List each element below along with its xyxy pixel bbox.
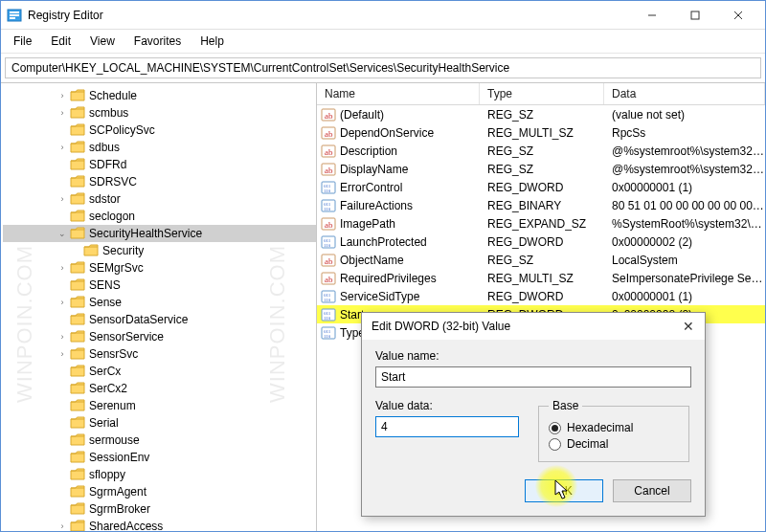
chevron-right-icon[interactable]: › [56, 521, 68, 531]
value-name: ImagePath [340, 217, 395, 231]
chevron-down-icon[interactable]: ⌄ [56, 229, 68, 238]
value-name: ServiceSidType [340, 290, 419, 303]
value-name: ObjectName [340, 254, 404, 267]
chevron-right-icon[interactable]: › [56, 143, 68, 152]
value-row[interactable]: abDescriptionREG_SZ@%systemroot%\system3… [317, 142, 765, 160]
value-name: Description [340, 144, 397, 158]
tree-item-label: SensorDataService [89, 313, 188, 326]
menu-edit[interactable]: Edit [42, 32, 79, 51]
folder-icon [70, 451, 85, 464]
value-data-input[interactable] [375, 416, 519, 437]
tree-item-sensorservice[interactable]: ›SensorService [3, 328, 316, 345]
value-row[interactable]: 011110LaunchProtectedREG_DWORD0x00000002… [317, 233, 765, 251]
tree-item-sermouse[interactable]: sermouse [3, 432, 316, 449]
tree-item-sdfrd[interactable]: SDFRd [3, 156, 316, 173]
tree-item-sensordataservice[interactable]: SensorDataService [3, 311, 316, 328]
value-row[interactable]: abObjectNameREG_SZLocalSystem [317, 251, 765, 269]
close-button[interactable] [716, 1, 759, 30]
radio-hexadecimal[interactable]: Hexadecimal [549, 421, 679, 434]
menu-file[interactable]: File [5, 32, 40, 51]
value-data: (value not set) [604, 108, 765, 122]
value-row[interactable]: abDisplayNameREG_SZ@%systemroot%\system3… [317, 160, 765, 178]
folder-icon [70, 433, 85, 447]
value-row[interactable]: abDependOnServiceREG_MULTI_SZRpcSs [317, 123, 765, 142]
tree-item-label: Serenum [89, 399, 136, 412]
column-type[interactable]: Type [480, 83, 604, 104]
tree-item-sense[interactable]: ›Sense [3, 294, 316, 311]
tree-item-sharedaccess[interactable]: ›SharedAccess [3, 518, 316, 532]
tree-item-scmbus[interactable]: ›scmbus [3, 104, 316, 122]
column-name[interactable]: Name [317, 83, 480, 104]
column-data[interactable]: Data [604, 83, 765, 104]
value-name-input[interactable] [375, 366, 691, 388]
value-row[interactable]: 011110ServiceSidTypeREG_DWORD0x00000001 … [317, 287, 765, 305]
value-row[interactable]: 011110FailureActionsREG_BINARY80 51 01 0… [317, 196, 765, 214]
value-type: REG_DWORD [480, 235, 604, 249]
chevron-right-icon[interactable]: › [56, 108, 68, 118]
chevron-right-icon[interactable]: › [56, 298, 68, 307]
value-name: ErrorControl [340, 181, 402, 194]
list-header: Name Type Data [317, 83, 765, 105]
chevron-right-icon[interactable]: › [56, 332, 68, 342]
tree-item-sessionenv[interactable]: SessionEnv [3, 449, 316, 466]
menu-favorites[interactable]: Favorites [125, 32, 190, 51]
value-data: SeImpersonatePrivilege SeBackupPrivilege [604, 272, 765, 285]
tree-item-securityhealthservice[interactable]: ⌄SecurityHealthService [3, 225, 316, 242]
tree-item-serial[interactable]: Serial [3, 414, 316, 432]
tree-item-semgrsvc[interactable]: ›SEMgrSvc [3, 259, 316, 277]
maximize-button[interactable] [673, 1, 716, 30]
edit-dword-dialog: Edit DWORD (32-bit) Value ✕ Value name: … [361, 312, 706, 517]
regedit-icon [7, 8, 22, 23]
menu-view[interactable]: View [81, 32, 124, 51]
tree-item-sdstor[interactable]: ›sdstor [3, 190, 316, 208]
tree-item-security[interactable]: Security [3, 242, 316, 259]
tree-item-schedule[interactable]: ›Schedule [3, 87, 316, 104]
tree-item-sercx2[interactable]: SerCx2 [3, 380, 316, 397]
ok-button[interactable]: OK [525, 479, 603, 502]
dialog-close-icon[interactable]: ✕ [680, 319, 697, 334]
folder-icon [70, 296, 85, 309]
tree-item-label: sdbus [89, 141, 120, 154]
chevron-right-icon[interactable]: › [56, 349, 68, 359]
tree-item-label: SensrSvc [89, 347, 138, 361]
tree-item-sfloppy[interactable]: sfloppy [3, 466, 316, 483]
tree-item-scpolicysvc[interactable]: SCPolicySvc [3, 122, 316, 139]
tree-item-sgrmbroker[interactable]: SgrmBroker [3, 500, 316, 518]
chevron-right-icon[interactable]: › [56, 263, 68, 273]
value-type: REG_SZ [480, 254, 604, 267]
tree-pane[interactable]: ›Schedule›scmbusSCPolicySvc›sdbusSDFRdSD… [1, 83, 317, 532]
tree-item-sercx[interactable]: SerCx [3, 363, 316, 380]
chevron-right-icon[interactable]: › [56, 91, 68, 100]
tree-item-sgrmagent[interactable]: SgrmAgent [3, 483, 316, 500]
cancel-button[interactable]: Cancel [613, 479, 691, 502]
value-row[interactable]: abImagePathREG_EXPAND_SZ%SystemRoot%\sys… [317, 214, 765, 233]
value-row[interactable]: ab(Default)REG_SZ(value not set) [317, 105, 765, 123]
tree-item-sdbus[interactable]: ›sdbus [3, 139, 316, 156]
value-name-label: Value name: [375, 349, 691, 363]
string-value-icon: ab [321, 216, 336, 232]
value-name: DisplayName [340, 163, 408, 176]
radio-decimal[interactable]: Decimal [549, 437, 679, 451]
chevron-right-icon[interactable]: › [56, 194, 68, 204]
binary-value-icon: 011110 [321, 307, 336, 322]
value-type: REG_SZ [480, 144, 604, 158]
svg-text:ab: ab [325, 256, 333, 266]
tree-item-sdrsvc[interactable]: SDRSVC [3, 173, 316, 190]
menu-help[interactable]: Help [192, 32, 233, 51]
svg-text:110: 110 [324, 207, 331, 211]
address-bar[interactable]: Computer\HKEY_LOCAL_MACHINE\SYSTEM\Curre… [5, 57, 761, 78]
value-row[interactable]: 011110ErrorControlREG_DWORD0x00000001 (1… [317, 178, 765, 196]
folder-icon [70, 502, 85, 516]
tree-item-label: SDRSVC [89, 175, 137, 188]
minimize-button[interactable] [630, 1, 673, 30]
tree-item-sensrsvc[interactable]: ›SensrSvc [3, 345, 316, 363]
svg-text:ab: ab [325, 220, 333, 230]
tree-item-seclogon[interactable]: seclogon [3, 208, 316, 225]
value-data: LocalSystem [604, 254, 765, 267]
value-type: REG_BINARY [480, 199, 604, 212]
folder-icon [70, 365, 85, 378]
tree-item-serenum[interactable]: Serenum [3, 397, 316, 414]
tree-item-sens[interactable]: SENS [3, 277, 316, 294]
value-row[interactable]: abRequiredPrivilegesREG_MULTI_SZSeImpers… [317, 269, 765, 287]
radio-dec-label: Decimal [567, 437, 608, 451]
